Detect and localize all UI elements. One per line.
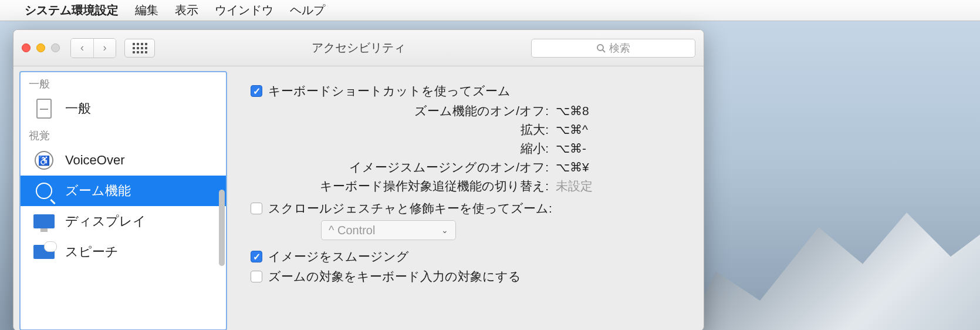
- display-icon: [32, 211, 56, 232]
- sidebar-item-label: ズーム機能: [65, 182, 131, 200]
- scrollbar-thumb[interactable]: [219, 190, 225, 266]
- sidebar[interactable]: 一般 一般 視覚 VoiceOver ズーム機能 ディスプレイ スピーチ: [19, 71, 227, 330]
- sidebar-item-zoom[interactable]: ズーム機能: [21, 176, 226, 206]
- shortcut-list: ズーム機能のオン/オフ:⌥⌘8 拡大:⌥⌘^ 縮小:⌥⌘- イメージスムージング…: [268, 103, 692, 194]
- sidebar-item-voiceover[interactable]: VoiceOver: [21, 145, 226, 176]
- sidebar-item-speech[interactable]: スピーチ: [21, 237, 226, 267]
- menu-window[interactable]: ウインドウ: [215, 2, 273, 18]
- label-smooth: イメージをスムージング: [268, 248, 409, 265]
- general-icon: [32, 98, 56, 119]
- menu-app[interactable]: システム環境設定: [25, 2, 119, 18]
- close-button[interactable]: [22, 43, 31, 52]
- speech-icon: [32, 241, 56, 262]
- sidebar-header-general: 一般: [21, 72, 226, 93]
- checkbox-keyboard-zoom[interactable]: [251, 85, 262, 97]
- sidebar-item-general[interactable]: 一般: [21, 93, 226, 124]
- checkbox-scroll-zoom[interactable]: [251, 203, 262, 214]
- minimize-button[interactable]: [36, 43, 45, 52]
- search-input[interactable]: 検索: [531, 39, 695, 58]
- svg-line-1: [603, 50, 605, 52]
- search-placeholder: 検索: [609, 41, 630, 55]
- label-scroll-zoom: スクロールジェスチャと修飾キーを使ってズーム:: [268, 200, 552, 217]
- modifier-select[interactable]: ^ Control ⌄: [321, 220, 456, 240]
- grid-icon: [133, 43, 147, 53]
- sidebar-item-label: ディスプレイ: [65, 213, 146, 230]
- modifier-value: ^ Control: [329, 224, 375, 237]
- svg-point-0: [597, 45, 603, 50]
- shortcut-value: ⌥⌘8: [556, 104, 620, 118]
- shortcut-label: 拡大:: [268, 122, 549, 138]
- toolbar: ‹ › アクセシビリティ 検索: [13, 30, 704, 66]
- shortcut-label: ズーム機能のオン/オフ:: [268, 103, 549, 119]
- sidebar-item-label: VoiceOver: [65, 153, 125, 168]
- sidebar-item-display[interactable]: ディスプレイ: [21, 206, 226, 237]
- show-all-button[interactable]: [124, 39, 155, 58]
- menubar: システム環境設定 編集 表示 ウインドウ ヘルプ: [0, 0, 980, 21]
- label-keyboard-zoom: キーボードショートカットを使ってズーム: [268, 83, 511, 99]
- shortcut-value: ⌥⌘-: [556, 142, 620, 156]
- menu-help[interactable]: ヘルプ: [290, 2, 325, 18]
- shortcut-value: ⌥⌘^: [556, 123, 620, 137]
- shortcut-value: 未設定: [556, 178, 620, 194]
- settings-pane: キーボードショートカットを使ってズーム ズーム機能のオン/オフ:⌥⌘8 拡大:⌥…: [227, 66, 704, 330]
- checkbox-follow-keyboard[interactable]: [251, 271, 262, 282]
- label-follow-keyboard: ズームの対象をキーボード入力の対象にする: [268, 268, 521, 285]
- nav-buttons: ‹ ›: [70, 38, 116, 58]
- forward-button[interactable]: ›: [93, 39, 116, 58]
- shortcut-label: イメージスムージングのオン/オフ:: [268, 159, 549, 176]
- back-button[interactable]: ‹: [71, 39, 93, 58]
- zoom-icon: [32, 180, 56, 201]
- sidebar-item-label: 一般: [65, 100, 91, 117]
- shortcut-label: キーボード操作対象追従機能の切り替え:: [268, 178, 549, 194]
- menu-edit[interactable]: 編集: [135, 2, 158, 18]
- sidebar-item-label: スピーチ: [65, 243, 119, 261]
- shortcut-value: ⌥⌘¥: [556, 160, 620, 174]
- zoom-button[interactable]: [51, 43, 60, 52]
- window-controls: [22, 43, 60, 52]
- menu-view[interactable]: 表示: [175, 2, 198, 18]
- search-icon: [596, 43, 606, 53]
- content: 一般 一般 視覚 VoiceOver ズーム機能 ディスプレイ スピーチ: [13, 66, 704, 330]
- chevron-down-icon: ⌄: [441, 225, 448, 235]
- sidebar-header-vision: 視覚: [21, 124, 226, 145]
- shortcut-label: 縮小:: [268, 140, 549, 157]
- checkbox-smooth[interactable]: [251, 251, 262, 262]
- preferences-window: ‹ › アクセシビリティ 検索 一般 一般 視覚 VoiceOv: [13, 29, 704, 330]
- voiceover-icon: [32, 150, 56, 171]
